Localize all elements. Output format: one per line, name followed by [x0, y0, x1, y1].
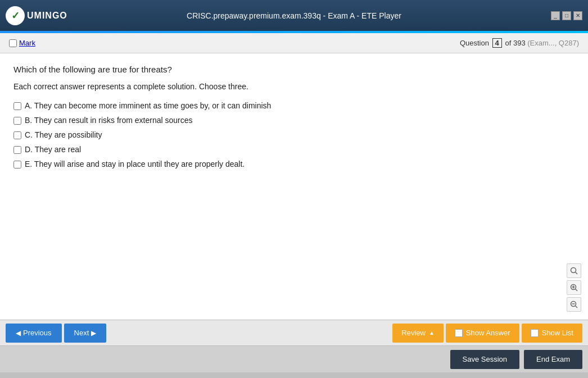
- checkbox-e[interactable]: [13, 161, 21, 168]
- window-title: CRISC.prepaway.premium.exam.393q - Exam …: [187, 11, 401, 20]
- option-e-text: E. They will arise and stay in place unt…: [25, 160, 245, 168]
- option-a-text: A. They can become more imminent as time…: [25, 101, 271, 110]
- end-exam-button[interactable]: End Exam: [524, 350, 582, 369]
- logo: ✓ UMINGO: [6, 6, 67, 25]
- answer-option-a[interactable]: A. They can become more imminent as time…: [13, 101, 575, 110]
- svg-line-7: [576, 306, 578, 308]
- answer-option-d[interactable]: D. They are real: [13, 145, 575, 154]
- prev-arrow-icon: ◀: [16, 329, 21, 337]
- question-header: Mark Question 4 of 393 (Exam..., Q287): [0, 33, 588, 53]
- search-icon-btn[interactable]: [567, 263, 581, 278]
- mark-checkbox-container[interactable]: Mark: [9, 39, 35, 47]
- question-label: Question: [460, 39, 489, 47]
- logo-checkmark: ✓: [11, 10, 20, 22]
- question-number-box: 4: [492, 38, 502, 48]
- option-c-text: C. They are possibility: [25, 130, 102, 139]
- question-text: Which of the following are true for thre…: [13, 65, 575, 74]
- review-dropdown-arrow-icon: ▲: [429, 330, 435, 336]
- action-bar: Save Session End Exam: [0, 345, 588, 372]
- svg-line-1: [576, 272, 578, 275]
- title-bar: ✓ UMINGO CRISC.prepaway.premium.exam.393…: [0, 0, 588, 31]
- zoom-controls: [567, 263, 581, 312]
- maximize-button[interactable]: □: [562, 11, 571, 20]
- window-controls: _ □ ✕: [551, 11, 582, 20]
- svg-point-0: [571, 268, 576, 273]
- question-total: of 393: [505, 39, 525, 47]
- mark-checkbox-input[interactable]: [9, 39, 17, 47]
- option-d-text: D. They are real: [25, 145, 81, 154]
- option-b-text: B. They can result in risks from externa…: [25, 116, 193, 125]
- navigation-bar: ◀ Previous Next ▶ Review ▲ Show Answer S…: [0, 320, 588, 345]
- previous-label: Previous: [23, 329, 52, 337]
- review-button[interactable]: Review ▲: [392, 324, 444, 343]
- show-answer-button[interactable]: Show Answer: [446, 324, 519, 343]
- checkbox-d[interactable]: [13, 146, 21, 154]
- answer-option-b[interactable]: B. They can result in risks from externa…: [13, 116, 575, 125]
- question-meta: (Exam..., Q287): [527, 39, 579, 47]
- show-answer-checkbox-icon: [455, 329, 463, 337]
- answer-option-e[interactable]: E. They will arise and stay in place unt…: [13, 160, 575, 168]
- minimize-button[interactable]: _: [551, 11, 560, 20]
- save-session-label: Save Session: [463, 355, 508, 363]
- show-list-button[interactable]: Show List: [522, 324, 582, 343]
- logo-text: UMINGO: [27, 11, 67, 21]
- show-answer-label: Show Answer: [466, 329, 510, 337]
- question-number-display: Question 4 of 393 (Exam..., Q287): [460, 38, 579, 48]
- svg-line-3: [576, 289, 578, 292]
- close-button[interactable]: ✕: [573, 11, 582, 20]
- zoom-out-button[interactable]: [567, 297, 581, 312]
- review-label: Review: [401, 329, 426, 337]
- checkbox-c[interactable]: [13, 131, 21, 139]
- logo-icon: ✓: [6, 6, 25, 25]
- end-exam-label: End Exam: [536, 355, 570, 363]
- previous-button[interactable]: ◀ Previous: [6, 324, 62, 343]
- save-session-button[interactable]: Save Session: [450, 350, 520, 369]
- next-arrow-icon: ▶: [91, 329, 96, 337]
- zoom-in-button[interactable]: [567, 280, 581, 295]
- answer-option-c[interactable]: C. They are possibility: [13, 130, 575, 139]
- next-label: Next: [74, 329, 89, 337]
- show-list-label: Show List: [542, 329, 573, 337]
- checkbox-b[interactable]: [13, 117, 21, 125]
- mark-label[interactable]: Mark: [19, 39, 35, 47]
- checkbox-a[interactable]: [13, 102, 21, 110]
- content-area: Which of the following are true for thre…: [0, 53, 588, 320]
- next-button[interactable]: Next ▶: [64, 324, 107, 343]
- show-list-checkbox-icon: [531, 329, 539, 337]
- instruction-text: Each correct answer represents a complet…: [13, 82, 575, 91]
